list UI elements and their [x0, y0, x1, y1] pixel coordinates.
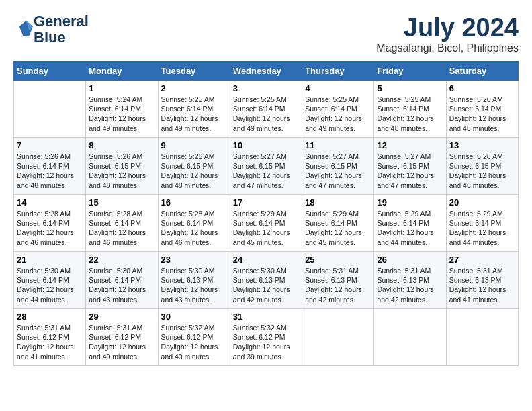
day-info: Sunrise: 5:31 AMSunset: 6:13 PMDaylight:… — [305, 266, 371, 304]
day-info: Sunrise: 5:28 AMSunset: 6:15 PMDaylight:… — [449, 152, 515, 190]
day-info: Sunrise: 5:31 AMSunset: 6:13 PMDaylight:… — [449, 266, 515, 304]
day-number: 12 — [377, 140, 443, 150]
day-info: Sunrise: 5:26 AMSunset: 6:15 PMDaylight:… — [161, 152, 227, 190]
day-info: Sunrise: 5:31 AMSunset: 6:12 PMDaylight:… — [17, 323, 83, 361]
calendar-cell: 10Sunrise: 5:27 AMSunset: 6:15 PMDayligh… — [230, 138, 302, 195]
calendar-cell: 26Sunrise: 5:31 AMSunset: 6:13 PMDayligh… — [374, 252, 446, 309]
day-number: 21 — [17, 255, 83, 265]
calendar-cell: 21Sunrise: 5:30 AMSunset: 6:14 PMDayligh… — [14, 252, 86, 309]
day-info: Sunrise: 5:27 AMSunset: 6:15 PMDaylight:… — [233, 152, 299, 190]
day-number: 15 — [89, 197, 154, 208]
calendar-cell: 30Sunrise: 5:32 AMSunset: 6:12 PMDayligh… — [158, 309, 230, 366]
day-number: 4 — [305, 83, 371, 93]
calendar-week-5: 28Sunrise: 5:31 AMSunset: 6:12 PMDayligh… — [14, 309, 519, 366]
page-header: General Blue July 2024 Magsalangi, Bicol… — [13, 13, 519, 54]
location: Magsalangi, Bicol, Philippines — [376, 42, 519, 54]
day-info: Sunrise: 5:26 AMSunset: 6:15 PMDaylight:… — [89, 152, 154, 190]
weekday-row: SundayMondayTuesdayWednesdayThursdayFrid… — [14, 62, 519, 81]
calendar-table: SundayMondayTuesdayWednesdayThursdayFrid… — [13, 61, 519, 366]
calendar-cell: 2Sunrise: 5:25 AMSunset: 6:14 PMDaylight… — [158, 81, 230, 138]
calendar-cell: 29Sunrise: 5:31 AMSunset: 6:12 PMDayligh… — [86, 309, 158, 366]
day-number: 7 — [17, 140, 83, 150]
day-info: Sunrise: 5:24 AMSunset: 6:14 PMDaylight:… — [89, 95, 154, 133]
calendar-week-2: 7Sunrise: 5:26 AMSunset: 6:14 PMDaylight… — [14, 138, 519, 195]
day-number: 9 — [161, 140, 227, 150]
day-number: 24 — [233, 255, 299, 265]
day-info: Sunrise: 5:31 AMSunset: 6:13 PMDaylight:… — [377, 266, 443, 304]
day-number: 31 — [233, 312, 299, 322]
day-number: 26 — [377, 255, 443, 265]
calendar-cell: 15Sunrise: 5:28 AMSunset: 6:14 PMDayligh… — [86, 195, 158, 252]
calendar-cell: 22Sunrise: 5:30 AMSunset: 6:14 PMDayligh… — [86, 252, 158, 309]
calendar-week-4: 21Sunrise: 5:30 AMSunset: 6:14 PMDayligh… — [14, 252, 519, 309]
weekday-header-saturday: Saturday — [446, 62, 518, 81]
calendar-header: SundayMondayTuesdayWednesdayThursdayFrid… — [14, 62, 519, 81]
logo-line2: Blue — [34, 29, 66, 46]
weekday-header-monday: Monday — [86, 62, 158, 81]
day-info: Sunrise: 5:29 AMSunset: 6:14 PMDaylight:… — [449, 209, 515, 247]
calendar-cell: 14Sunrise: 5:28 AMSunset: 6:14 PMDayligh… — [14, 195, 86, 252]
calendar-cell: 28Sunrise: 5:31 AMSunset: 6:12 PMDayligh… — [14, 309, 86, 366]
day-info: Sunrise: 5:28 AMSunset: 6:14 PMDaylight:… — [161, 209, 227, 247]
day-number: 23 — [161, 255, 227, 265]
calendar-cell: 24Sunrise: 5:30 AMSunset: 6:13 PMDayligh… — [230, 252, 302, 309]
logo-icon — [15, 19, 34, 38]
day-number: 8 — [89, 140, 154, 150]
day-info: Sunrise: 5:29 AMSunset: 6:14 PMDaylight:… — [233, 209, 299, 247]
weekday-header-sunday: Sunday — [14, 62, 86, 81]
day-number: 30 — [161, 312, 227, 322]
day-info: Sunrise: 5:30 AMSunset: 6:13 PMDaylight:… — [161, 266, 227, 304]
month-year: July 2024 — [376, 13, 519, 42]
day-number: 14 — [17, 197, 83, 208]
calendar-cell: 25Sunrise: 5:31 AMSunset: 6:13 PMDayligh… — [302, 252, 374, 309]
calendar-body: 1Sunrise: 5:24 AMSunset: 6:14 PMDaylight… — [14, 81, 519, 366]
calendar-cell: 19Sunrise: 5:29 AMSunset: 6:14 PMDayligh… — [374, 195, 446, 252]
day-number: 1 — [89, 83, 154, 93]
day-info: Sunrise: 5:32 AMSunset: 6:12 PMDaylight:… — [161, 323, 227, 361]
day-info: Sunrise: 5:29 AMSunset: 6:14 PMDaylight:… — [377, 209, 443, 247]
day-number: 16 — [161, 197, 227, 208]
calendar-cell: 13Sunrise: 5:28 AMSunset: 6:15 PMDayligh… — [446, 138, 518, 195]
day-number: 25 — [305, 255, 371, 265]
day-info: Sunrise: 5:28 AMSunset: 6:14 PMDaylight:… — [17, 209, 83, 247]
day-number: 11 — [305, 140, 371, 150]
calendar-cell: 23Sunrise: 5:30 AMSunset: 6:13 PMDayligh… — [158, 252, 230, 309]
calendar-cell: 4Sunrise: 5:25 AMSunset: 6:14 PMDaylight… — [302, 81, 374, 138]
day-number: 2 — [161, 83, 227, 93]
calendar-cell: 31Sunrise: 5:32 AMSunset: 6:12 PMDayligh… — [230, 309, 302, 366]
calendar-cell: 18Sunrise: 5:29 AMSunset: 6:14 PMDayligh… — [302, 195, 374, 252]
calendar-cell — [374, 309, 446, 366]
day-info: Sunrise: 5:29 AMSunset: 6:14 PMDaylight:… — [305, 209, 371, 247]
day-number: 18 — [305, 197, 371, 208]
day-number: 3 — [233, 83, 299, 93]
day-info: Sunrise: 5:25 AMSunset: 6:14 PMDaylight:… — [233, 95, 299, 133]
calendar-cell: 8Sunrise: 5:26 AMSunset: 6:15 PMDaylight… — [86, 138, 158, 195]
weekday-header-thursday: Thursday — [302, 62, 374, 81]
day-info: Sunrise: 5:30 AMSunset: 6:14 PMDaylight:… — [17, 266, 83, 304]
day-info: Sunrise: 5:28 AMSunset: 6:14 PMDaylight:… — [89, 209, 154, 247]
weekday-header-wednesday: Wednesday — [230, 62, 302, 81]
day-number: 19 — [377, 197, 443, 208]
calendar-cell: 9Sunrise: 5:26 AMSunset: 6:15 PMDaylight… — [158, 138, 230, 195]
calendar-cell: 12Sunrise: 5:27 AMSunset: 6:15 PMDayligh… — [374, 138, 446, 195]
day-number: 29 — [89, 312, 154, 322]
day-number: 28 — [17, 312, 83, 322]
calendar-cell: 27Sunrise: 5:31 AMSunset: 6:13 PMDayligh… — [446, 252, 518, 309]
calendar-cell — [302, 309, 374, 366]
day-number: 6 — [449, 83, 515, 93]
logo: General Blue — [13, 13, 89, 46]
calendar-cell: 1Sunrise: 5:24 AMSunset: 6:14 PMDaylight… — [86, 81, 158, 138]
day-info: Sunrise: 5:25 AMSunset: 6:14 PMDaylight:… — [377, 95, 443, 133]
calendar-cell — [14, 81, 86, 138]
day-info: Sunrise: 5:25 AMSunset: 6:14 PMDaylight:… — [161, 95, 227, 133]
day-info: Sunrise: 5:26 AMSunset: 6:14 PMDaylight:… — [449, 95, 515, 133]
calendar-cell: 6Sunrise: 5:26 AMSunset: 6:14 PMDaylight… — [446, 81, 518, 138]
day-number: 22 — [89, 255, 154, 265]
day-number: 27 — [449, 255, 515, 265]
calendar-cell: 20Sunrise: 5:29 AMSunset: 6:14 PMDayligh… — [446, 195, 518, 252]
calendar-cell: 16Sunrise: 5:28 AMSunset: 6:14 PMDayligh… — [158, 195, 230, 252]
day-number: 5 — [377, 83, 443, 93]
logo-text: General Blue — [34, 13, 89, 46]
day-info: Sunrise: 5:26 AMSunset: 6:14 PMDaylight:… — [17, 152, 83, 190]
day-info: Sunrise: 5:31 AMSunset: 6:12 PMDaylight:… — [89, 323, 154, 361]
